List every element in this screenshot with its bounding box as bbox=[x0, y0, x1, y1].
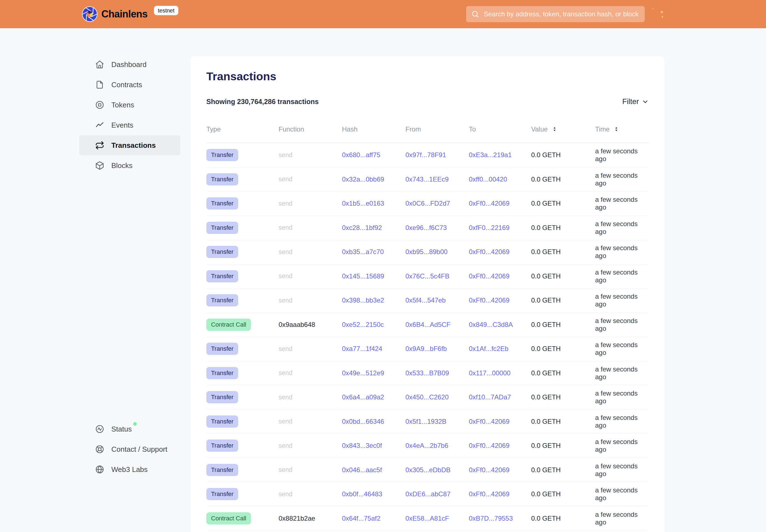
time-cell: a few seconds ago bbox=[595, 196, 649, 211]
from-link[interactable]: 0x97f...78F91 bbox=[406, 151, 446, 159]
hash-link[interactable]: 0x1b5...e0163 bbox=[342, 200, 384, 207]
to-link[interactable]: 0xFf0...42069 bbox=[469, 200, 510, 207]
sidebar-item-tokens[interactable]: Tokens bbox=[79, 95, 180, 115]
to-link[interactable]: 0xff0...00420 bbox=[469, 175, 507, 183]
hash-link[interactable]: 0xb35...a7c70 bbox=[342, 248, 384, 255]
column-header-function: Function bbox=[278, 125, 342, 133]
type-badge: Transfer bbox=[206, 222, 238, 234]
function-cell: send bbox=[278, 200, 342, 207]
hash-link[interactable]: 0x843...3ec0f bbox=[342, 442, 382, 449]
to-link[interactable]: 0xFf0...42069 bbox=[469, 272, 510, 280]
to-link[interactable]: 0xfF0...22169 bbox=[469, 224, 510, 231]
from-link[interactable]: 0x6B4...Ad5CF bbox=[406, 321, 451, 328]
from-link[interactable]: 0x5f4...547eb bbox=[406, 296, 446, 304]
sidebar-item-transactions[interactable]: Transactions bbox=[79, 135, 180, 155]
to-link[interactable]: 0xFf0...42069 bbox=[469, 490, 510, 498]
value-cell: 0.0 GETH bbox=[531, 369, 595, 377]
to-link[interactable]: 0xFf0...42069 bbox=[469, 442, 510, 449]
sidebar-item-contracts[interactable]: Contracts bbox=[79, 75, 180, 95]
from-link[interactable]: 0x9A9...bF6fb bbox=[406, 345, 447, 352]
hash-link[interactable]: 0xa77...1f424 bbox=[342, 345, 382, 352]
life-buoy-icon bbox=[95, 445, 104, 454]
sort-icon[interactable] bbox=[551, 126, 558, 132]
hash-link[interactable]: 0x398...bb3e2 bbox=[342, 296, 384, 304]
to-link[interactable]: 0xFf0...42069 bbox=[469, 248, 510, 255]
from-link[interactable]: 0xE58...A81cF bbox=[406, 515, 449, 522]
sidebar-item-label: Blocks bbox=[111, 161, 133, 170]
from-link[interactable]: 0x743...1EEc9 bbox=[406, 175, 449, 183]
from-link[interactable]: 0xb95...89b00 bbox=[406, 248, 448, 255]
from-link[interactable]: 0x4eA...2b7b6 bbox=[406, 442, 448, 449]
value-cell: 0.0 GETH bbox=[531, 272, 595, 280]
value-cell: 0.0 GETH bbox=[531, 345, 595, 353]
chainlens-logo-icon[interactable] bbox=[82, 6, 98, 22]
type-badge: Transfer bbox=[206, 391, 238, 403]
search-icon bbox=[471, 10, 479, 18]
hash-link[interactable]: 0x680...aff75 bbox=[342, 151, 380, 159]
sidebar-item-label: Dashboard bbox=[111, 60, 146, 69]
sidebar-item-dashboard[interactable]: Dashboard bbox=[79, 55, 180, 74]
hash-link[interactable]: 0x32a...0bb69 bbox=[342, 175, 384, 183]
function-cell: send bbox=[278, 394, 342, 401]
column-label: Value bbox=[531, 125, 548, 133]
column-label: Type bbox=[206, 125, 221, 133]
to-link[interactable]: 0xFf0...42069 bbox=[469, 296, 510, 304]
column-header-type: Type bbox=[206, 125, 278, 133]
hash-link[interactable]: 0x046...aac5f bbox=[342, 466, 382, 474]
table-header-row: Type Function Hash From To Value Time bbox=[206, 115, 649, 143]
sidebar-footer-item-web3-labs[interactable]: Web3 Labs bbox=[79, 459, 180, 479]
hash-link[interactable]: 0xe52...2150c bbox=[342, 321, 384, 328]
moon-icon[interactable] bbox=[651, 6, 667, 23]
sidebar-item-blocks[interactable]: Blocks bbox=[79, 156, 180, 175]
to-link[interactable]: 0xf10...7ADa7 bbox=[469, 393, 511, 401]
time-cell: a few seconds ago bbox=[595, 244, 649, 260]
from-link[interactable]: 0xe96...f6C73 bbox=[406, 224, 447, 231]
sidebar-footer-item-contact-support[interactable]: Contact / Support bbox=[79, 439, 180, 459]
function-cell: send bbox=[278, 224, 342, 231]
function-cell: send bbox=[278, 490, 342, 498]
sidebar-footer-item-status[interactable]: Status bbox=[79, 419, 180, 439]
value-cell: 0.0 GETH bbox=[531, 442, 595, 450]
repeat-icon bbox=[95, 141, 104, 150]
sidebar-item-events[interactable]: Events bbox=[79, 115, 180, 135]
hash-link[interactable]: 0x6a4...a09a2 bbox=[342, 393, 384, 401]
to-link[interactable]: 0xE3a...219a1 bbox=[469, 151, 512, 159]
sort-icon[interactable] bbox=[613, 126, 620, 132]
from-link[interactable]: 0x450...C2620 bbox=[406, 393, 449, 401]
from-link[interactable]: 0x5f1...1932B bbox=[406, 418, 447, 425]
to-link[interactable]: 0xFf0...42069 bbox=[469, 466, 510, 474]
to-link[interactable]: 0x117...00000 bbox=[469, 369, 511, 377]
filter-button[interactable]: Filter bbox=[622, 97, 649, 106]
from-link[interactable]: 0x76C...5c4FB bbox=[406, 272, 450, 280]
function-cell: send bbox=[278, 297, 342, 304]
hash-link[interactable]: 0x145...15689 bbox=[342, 272, 384, 280]
value-cell: 0.0 GETH bbox=[531, 248, 595, 256]
hash-link[interactable]: 0xb0f...46483 bbox=[342, 490, 382, 498]
column-header-time: Time bbox=[595, 125, 649, 133]
sidebar-nav: Dashboard Contracts Tokens Events Transa… bbox=[79, 55, 180, 176]
type-badge: Transfer bbox=[206, 343, 238, 355]
from-link[interactable]: 0x0C6...FD2d7 bbox=[406, 200, 450, 207]
globe-icon bbox=[95, 465, 104, 474]
value-cell: 0.0 GETH bbox=[531, 490, 595, 498]
to-link[interactable]: 0x849...C3d8A bbox=[469, 321, 513, 328]
hash-link[interactable]: 0x64f...75af2 bbox=[342, 515, 380, 522]
hash-link[interactable]: 0x0bd...66346 bbox=[342, 418, 384, 425]
from-link[interactable]: 0x305...eDbDB bbox=[406, 466, 451, 474]
time-cell: a few seconds ago bbox=[595, 341, 649, 357]
from-link[interactable]: 0x533...B7B09 bbox=[406, 369, 449, 377]
to-link[interactable]: 0x1Af...fc2Eb bbox=[469, 345, 509, 352]
column-header-from: From bbox=[406, 125, 469, 133]
sidebar-item-label: Status bbox=[111, 425, 132, 433]
cube-icon bbox=[95, 161, 104, 170]
from-link[interactable]: 0xDE6...abC87 bbox=[406, 490, 451, 498]
hash-link[interactable]: 0xc28...1bf92 bbox=[342, 224, 382, 231]
time-cell: a few seconds ago bbox=[595, 147, 649, 163]
type-badge: Contract Call bbox=[206, 319, 251, 331]
to-link[interactable]: 0xFf0...42069 bbox=[469, 418, 510, 425]
to-link[interactable]: 0xB7D...79553 bbox=[469, 515, 513, 522]
time-cell: a few seconds ago bbox=[595, 438, 649, 453]
brand-name[interactable]: Chainlens bbox=[101, 0, 148, 28]
search-input[interactable] bbox=[483, 10, 641, 18]
hash-link[interactable]: 0x49e...512e9 bbox=[342, 369, 384, 377]
